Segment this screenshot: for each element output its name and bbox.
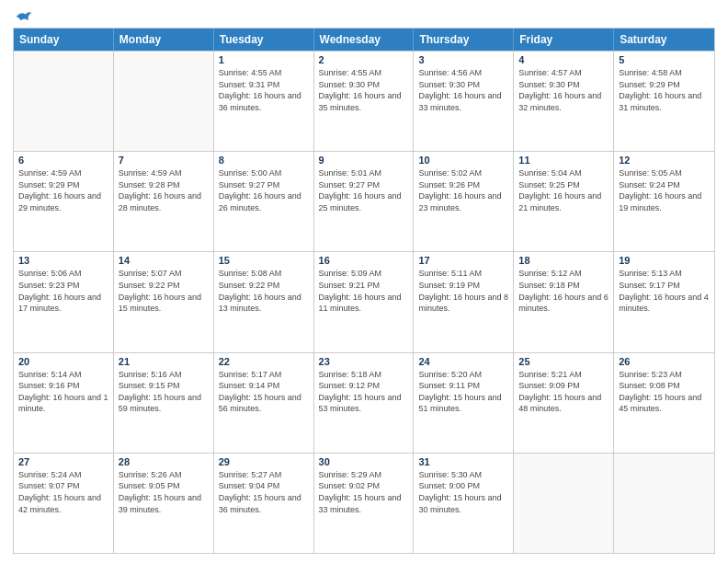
- day-info-28: Sunrise: 5:26 AMSunset: 9:05 PMDaylight:…: [119, 469, 209, 515]
- day-number-23: 23: [319, 356, 409, 367]
- logo-bird-icon: [15, 9, 33, 24]
- day-info-4: Sunrise: 4:57 AMSunset: 9:30 PMDaylight:…: [518, 67, 609, 113]
- week-row-4: 20Sunrise: 5:14 AMSunset: 9:16 PMDayligh…: [14, 352, 714, 453]
- header-thursday: Thursday: [414, 29, 514, 51]
- day-number-25: 25: [518, 356, 609, 367]
- day-info-1: Sunrise: 4:55 AMSunset: 9:31 PMDaylight:…: [219, 67, 309, 113]
- day-number-12: 12: [619, 155, 710, 166]
- day-cell-12: 12Sunrise: 5:05 AMSunset: 9:24 PMDayligh…: [614, 152, 714, 251]
- day-info-9: Sunrise: 5:01 AMSunset: 9:27 PMDaylight:…: [319, 167, 409, 213]
- logo: [13, 9, 33, 24]
- day-cell-8: 8Sunrise: 5:00 AMSunset: 9:27 PMDaylight…: [214, 152, 314, 251]
- empty-cell: [14, 52, 114, 151]
- day-cell-18: 18Sunrise: 5:12 AMSunset: 9:18 PMDayligh…: [514, 252, 614, 351]
- day-number-20: 20: [18, 356, 108, 367]
- day-number-16: 16: [319, 255, 409, 266]
- day-cell-1: 1Sunrise: 4:55 AMSunset: 9:31 PMDaylight…: [214, 52, 314, 151]
- header-tuesday: Tuesday: [214, 29, 314, 51]
- day-info-22: Sunrise: 5:17 AMSunset: 9:14 PMDaylight:…: [219, 369, 309, 415]
- empty-cell: [514, 454, 614, 553]
- day-number-28: 28: [119, 456, 209, 467]
- day-cell-4: 4Sunrise: 4:57 AMSunset: 9:30 PMDaylight…: [514, 52, 614, 151]
- day-cell-29: 29Sunrise: 5:27 AMSunset: 9:04 PMDayligh…: [214, 454, 314, 553]
- day-info-16: Sunrise: 5:09 AMSunset: 9:21 PMDaylight:…: [319, 268, 409, 314]
- day-cell-7: 7Sunrise: 4:59 AMSunset: 9:28 PMDaylight…: [114, 152, 214, 251]
- header-monday: Monday: [114, 29, 214, 51]
- day-cell-11: 11Sunrise: 5:04 AMSunset: 9:25 PMDayligh…: [514, 152, 614, 251]
- day-info-17: Sunrise: 5:11 AMSunset: 9:19 PMDaylight:…: [418, 268, 508, 314]
- day-cell-31: 31Sunrise: 5:30 AMSunset: 9:00 PMDayligh…: [414, 454, 514, 553]
- week-row-2: 6Sunrise: 4:59 AMSunset: 9:29 PMDaylight…: [14, 151, 714, 251]
- day-number-5: 5: [619, 54, 710, 65]
- day-cell-6: 6Sunrise: 4:59 AMSunset: 9:29 PMDaylight…: [14, 152, 114, 251]
- day-number-10: 10: [418, 155, 508, 166]
- day-info-5: Sunrise: 4:58 AMSunset: 9:29 PMDaylight:…: [619, 67, 710, 113]
- day-info-11: Sunrise: 5:04 AMSunset: 9:25 PMDaylight:…: [518, 167, 609, 213]
- empty-cell: [114, 52, 214, 151]
- day-number-3: 3: [418, 54, 508, 65]
- day-number-7: 7: [119, 155, 209, 166]
- day-info-25: Sunrise: 5:21 AMSunset: 9:09 PMDaylight:…: [518, 369, 609, 415]
- week-row-3: 13Sunrise: 5:06 AMSunset: 9:23 PMDayligh…: [14, 251, 714, 351]
- day-cell-14: 14Sunrise: 5:07 AMSunset: 9:22 PMDayligh…: [114, 252, 214, 351]
- day-cell-26: 26Sunrise: 5:23 AMSunset: 9:08 PMDayligh…: [614, 353, 714, 453]
- day-number-19: 19: [619, 255, 710, 266]
- calendar: Sunday Monday Tuesday Wednesday Thursday…: [13, 28, 715, 554]
- day-info-2: Sunrise: 4:55 AMSunset: 9:30 PMDaylight:…: [319, 67, 409, 113]
- day-cell-22: 22Sunrise: 5:17 AMSunset: 9:14 PMDayligh…: [214, 353, 314, 453]
- header-friday: Friday: [514, 29, 614, 51]
- header-saturday: Saturday: [614, 29, 714, 51]
- day-number-13: 13: [18, 255, 108, 266]
- day-cell-13: 13Sunrise: 5:06 AMSunset: 9:23 PMDayligh…: [14, 252, 114, 351]
- day-info-15: Sunrise: 5:08 AMSunset: 9:22 PMDaylight:…: [219, 268, 309, 314]
- day-number-11: 11: [518, 155, 609, 166]
- day-number-26: 26: [619, 356, 710, 367]
- day-info-3: Sunrise: 4:56 AMSunset: 9:30 PMDaylight:…: [418, 67, 508, 113]
- day-number-29: 29: [219, 456, 309, 467]
- day-cell-25: 25Sunrise: 5:21 AMSunset: 9:09 PMDayligh…: [514, 353, 614, 453]
- day-cell-30: 30Sunrise: 5:29 AMSunset: 9:02 PMDayligh…: [314, 454, 415, 553]
- day-info-12: Sunrise: 5:05 AMSunset: 9:24 PMDaylight:…: [619, 167, 710, 213]
- day-cell-23: 23Sunrise: 5:18 AMSunset: 9:12 PMDayligh…: [314, 353, 415, 453]
- header: [13, 9, 715, 24]
- day-number-6: 6: [18, 155, 108, 166]
- day-number-8: 8: [219, 155, 309, 166]
- day-number-15: 15: [219, 255, 309, 266]
- day-info-18: Sunrise: 5:12 AMSunset: 9:18 PMDaylight:…: [518, 268, 609, 314]
- day-number-27: 27: [18, 456, 108, 467]
- day-cell-19: 19Sunrise: 5:13 AMSunset: 9:17 PMDayligh…: [614, 252, 714, 351]
- day-info-13: Sunrise: 5:06 AMSunset: 9:23 PMDaylight:…: [18, 268, 108, 314]
- day-info-7: Sunrise: 4:59 AMSunset: 9:28 PMDaylight:…: [119, 167, 209, 213]
- day-number-24: 24: [418, 356, 508, 367]
- day-info-23: Sunrise: 5:18 AMSunset: 9:12 PMDaylight:…: [319, 369, 409, 415]
- day-cell-5: 5Sunrise: 4:58 AMSunset: 9:29 PMDaylight…: [614, 52, 714, 151]
- day-info-27: Sunrise: 5:24 AMSunset: 9:07 PMDaylight:…: [18, 469, 108, 515]
- calendar-header: Sunday Monday Tuesday Wednesday Thursday…: [14, 29, 714, 51]
- day-info-30: Sunrise: 5:29 AMSunset: 9:02 PMDaylight:…: [319, 469, 409, 515]
- day-info-29: Sunrise: 5:27 AMSunset: 9:04 PMDaylight:…: [219, 469, 309, 515]
- day-cell-15: 15Sunrise: 5:08 AMSunset: 9:22 PMDayligh…: [214, 252, 314, 351]
- page: Sunday Monday Tuesday Wednesday Thursday…: [0, 0, 728, 563]
- day-info-24: Sunrise: 5:20 AMSunset: 9:11 PMDaylight:…: [418, 369, 508, 415]
- day-number-21: 21: [119, 356, 209, 367]
- day-number-30: 30: [319, 456, 409, 467]
- day-cell-2: 2Sunrise: 4:55 AMSunset: 9:30 PMDaylight…: [314, 52, 415, 151]
- day-cell-17: 17Sunrise: 5:11 AMSunset: 9:19 PMDayligh…: [414, 252, 514, 351]
- day-number-9: 9: [319, 155, 409, 166]
- day-info-21: Sunrise: 5:16 AMSunset: 9:15 PMDaylight:…: [119, 369, 209, 415]
- day-info-26: Sunrise: 5:23 AMSunset: 9:08 PMDaylight:…: [619, 369, 710, 415]
- day-info-6: Sunrise: 4:59 AMSunset: 9:29 PMDaylight:…: [18, 167, 108, 213]
- day-cell-27: 27Sunrise: 5:24 AMSunset: 9:07 PMDayligh…: [14, 454, 114, 553]
- day-info-14: Sunrise: 5:07 AMSunset: 9:22 PMDaylight:…: [119, 268, 209, 314]
- day-cell-24: 24Sunrise: 5:20 AMSunset: 9:11 PMDayligh…: [414, 353, 514, 453]
- day-number-1: 1: [219, 54, 309, 65]
- day-number-14: 14: [119, 255, 209, 266]
- week-row-5: 27Sunrise: 5:24 AMSunset: 9:07 PMDayligh…: [14, 453, 714, 553]
- day-info-8: Sunrise: 5:00 AMSunset: 9:27 PMDaylight:…: [219, 167, 309, 213]
- day-info-10: Sunrise: 5:02 AMSunset: 9:26 PMDaylight:…: [418, 167, 508, 213]
- day-cell-3: 3Sunrise: 4:56 AMSunset: 9:30 PMDaylight…: [414, 52, 514, 151]
- day-info-31: Sunrise: 5:30 AMSunset: 9:00 PMDaylight:…: [418, 469, 508, 515]
- day-number-4: 4: [518, 54, 609, 65]
- day-info-19: Sunrise: 5:13 AMSunset: 9:17 PMDaylight:…: [619, 268, 710, 314]
- week-row-1: 1Sunrise: 4:55 AMSunset: 9:31 PMDaylight…: [14, 51, 714, 151]
